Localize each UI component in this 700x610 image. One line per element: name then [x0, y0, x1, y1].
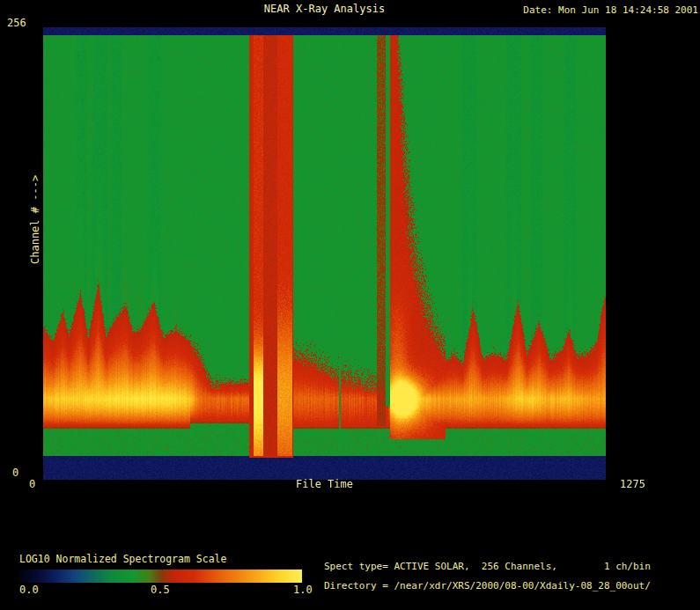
colorbar: [19, 570, 302, 583]
x-axis-min-label: 0: [29, 479, 35, 490]
y-axis-min-label: 0: [12, 467, 18, 479]
page-title: NEAR X-Ray Analysis: [43, 4, 606, 15]
x-axis-title: File Time: [43, 479, 606, 490]
colorbar-tick-max: 1.0: [293, 584, 313, 596]
x-axis-max-label: 1275: [620, 479, 645, 490]
near-xray-analysis-screen: NEAR X-Ray Analysis Date: Mon Jun 18 14:…: [0, 0, 700, 610]
colorbar-title: LOG10 Normalized Spectrogram Scale: [19, 554, 226, 565]
timestamp: Date: Mon Jun 18 14:24:58 2001: [523, 4, 698, 16]
spect-type-info: Spect type= ACTIVE SOLAR, 256 Channels, …: [324, 561, 651, 572]
directory-info: Directory = /near/xdr/XRS/2000/08-00/Xda…: [324, 580, 651, 592]
colorbar-tick-min: 0.0: [19, 584, 39, 596]
y-axis-title: Channel # --->: [30, 175, 41, 264]
spectrogram-plot: [43, 27, 606, 480]
y-axis-max-label: 256: [7, 18, 26, 29]
colorbar-tick-mid: 0.5: [151, 584, 170, 596]
